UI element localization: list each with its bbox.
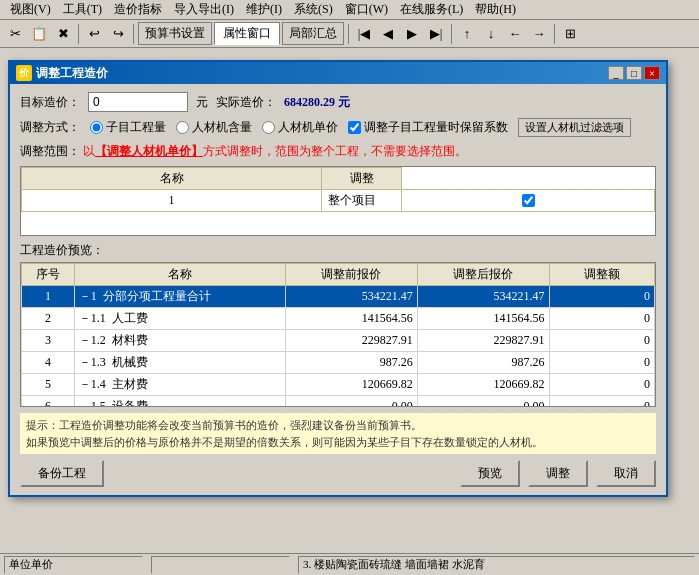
toolbar-undo[interactable]: ↩	[83, 23, 105, 45]
preview-col-after: 调整后报价	[417, 264, 549, 286]
modal-body: 目标造价： 元 实际造价： 684280.29 元 调整方式： 子目工程量 人材…	[10, 84, 666, 495]
toolbar-redo[interactable]: ↪	[107, 23, 129, 45]
preview-before: 0.00	[285, 396, 417, 408]
radio-unit-price[interactable]: 人材机单价	[262, 119, 338, 136]
preview-col-name: 名称	[74, 264, 285, 286]
toolbar-sep4	[451, 24, 452, 44]
modal-maximize-btn[interactable]: □	[626, 66, 642, 80]
preview-table-row[interactable]: 3 －1.2 材料费 229827.91 229827.91 0	[22, 330, 655, 352]
row-checkbox-cell[interactable]	[402, 190, 655, 212]
status-item-3: 3. 楼贴陶瓷面砖琉缝 墙面墙裙 水泥育	[298, 556, 695, 574]
preview-name: －1.2 材料费	[74, 330, 285, 352]
toolbar-extra[interactable]: ⊞	[559, 23, 581, 45]
preview-name: －1.3 机械费	[74, 352, 285, 374]
status-item-2	[151, 556, 290, 574]
menu-window[interactable]: 窗口(W)	[339, 0, 394, 20]
toolbar-sep2	[133, 24, 134, 44]
toolbar-nav-last[interactable]: ▶|	[425, 23, 447, 45]
toolbar-budget-settings[interactable]: 预算书设置	[138, 22, 212, 45]
radio-labor-material[interactable]: 人材机含量	[176, 119, 252, 136]
selection-table-container: 名称 调整 1 整个项目	[20, 166, 656, 236]
radio-sub-quantity[interactable]: 子目工程量	[90, 119, 166, 136]
menu-system[interactable]: 系统(S)	[288, 0, 339, 20]
preview-after: 229827.91	[417, 330, 549, 352]
modal-adjust-cost: 价 调整工程造价 _ □ × 目标造价： 元 实际造价： 684280.29 元…	[8, 60, 668, 497]
table-row: 1 整个项目	[22, 190, 655, 212]
preview-name: －1.5 设备费	[74, 396, 285, 408]
preview-table-row[interactable]: 5 －1.4 主材费 120669.82 120669.82 0	[22, 374, 655, 396]
selection-table: 名称 调整 1 整个项目	[21, 167, 655, 212]
toolbar-up[interactable]: ↑	[456, 23, 478, 45]
preview-table-row[interactable]: 6 －1.5 设备费 0.00 0.00 0	[22, 396, 655, 408]
range-text: 以【调整人材机单价】方式调整时，范围为整个工程，不需要选择范围。	[83, 144, 467, 158]
filter-options-btn[interactable]: 设置人材机过滤选项	[518, 118, 631, 137]
radio-sub-quantity-input[interactable]	[90, 121, 103, 134]
row-checkbox[interactable]	[522, 194, 535, 207]
backup-btn[interactable]: 备份工程	[20, 460, 104, 487]
preview-name: －1.1 人工费	[74, 308, 285, 330]
preview-table-row[interactable]: 4 －1.3 机械费 987.26 987.26 0	[22, 352, 655, 374]
menu-cost-index[interactable]: 造价指标	[108, 0, 168, 20]
toolbar-local-summary[interactable]: 局部汇总	[282, 22, 344, 45]
preview-after: 120669.82	[417, 374, 549, 396]
col-adjust-header: 调整	[322, 168, 402, 190]
toolbar-properties-window[interactable]: 属性窗口	[214, 22, 280, 45]
preview-before: 120669.82	[285, 374, 417, 396]
modal-icon: 价	[16, 65, 32, 81]
target-value-input[interactable]	[88, 92, 188, 112]
menu-maintenance[interactable]: 维护(I)	[240, 0, 288, 20]
modal-close-btn[interactable]: ×	[644, 66, 660, 80]
toolbar-left[interactable]: ←	[504, 23, 526, 45]
toolbar-cut[interactable]: ✂	[4, 23, 26, 45]
bottom-left: 备份工程	[20, 460, 104, 487]
preview-table-row[interactable]: 2 －1.1 人工费 141564.56 141564.56 0	[22, 308, 655, 330]
toolbar-nav-prev[interactable]: ◀	[377, 23, 399, 45]
preview-diff: 0	[549, 308, 655, 330]
bottom-row: 备份工程 预览 调整 取消	[20, 460, 656, 487]
preview-table-row[interactable]: 1 －1 分部分项工程量合计 534221.47 534221.47 0	[22, 286, 655, 308]
checkbox-keep-coeff[interactable]: 调整子目工程量时保留系数	[348, 119, 508, 136]
preview-before: 987.26	[285, 352, 417, 374]
radio-unit-price-input[interactable]	[262, 121, 275, 134]
menu-tools[interactable]: 工具(T)	[57, 0, 108, 20]
menu-online[interactable]: 在线服务(L)	[394, 0, 469, 20]
unit-label: 元	[196, 94, 208, 111]
toolbar-sep5	[554, 24, 555, 44]
modal-minimize-btn[interactable]: _	[608, 66, 624, 80]
menu-import-export[interactable]: 导入导出(I)	[168, 0, 240, 20]
range-link: 【调整人材机单价】	[95, 144, 203, 158]
toolbar-sep3	[348, 24, 349, 44]
menubar: 视图(V) 工具(T) 造价指标 导入导出(I) 维护(I) 系统(S) 窗口(…	[0, 0, 699, 20]
preview-table-container[interactable]: 序号 名称 调整前报价 调整后报价 调整额 1 －1 分部分项工程量合计 534…	[20, 262, 656, 407]
radio-labor-material-input[interactable]	[176, 121, 189, 134]
toolbar-nav-first[interactable]: |◀	[353, 23, 375, 45]
actual-label: 实际造价：	[216, 94, 276, 111]
warning-box: 提示：工程造价调整功能将会改变当前预算书的造价，强烈建议备份当前预算书。 如果预…	[20, 413, 656, 454]
menu-help[interactable]: 帮助(H)	[469, 0, 522, 20]
toolbar-down[interactable]: ↓	[480, 23, 502, 45]
toolbar-sep1	[78, 24, 79, 44]
adjust-btn[interactable]: 调整	[528, 460, 588, 487]
warning-line2: 如果预览中调整后的价格与原价格并不是期望的倍数关系，则可能因为某些子目下存在数量…	[26, 434, 650, 451]
preview-seq: 6	[22, 396, 75, 408]
preview-after: 141564.56	[417, 308, 549, 330]
status-item-1: 单位单价	[4, 556, 143, 574]
warning-line1: 提示：工程造价调整功能将会改变当前预算书的造价，强烈建议备份当前预算书。	[26, 417, 650, 434]
toolbar-nav-next[interactable]: ▶	[401, 23, 423, 45]
preview-seq: 4	[22, 352, 75, 374]
cancel-btn[interactable]: 取消	[596, 460, 656, 487]
preview-diff: 0	[549, 352, 655, 374]
menu-view[interactable]: 视图(V)	[4, 0, 57, 20]
preview-btn[interactable]: 预览	[460, 460, 520, 487]
preview-before: 534221.47	[285, 286, 417, 308]
toolbar-copy[interactable]: 📋	[28, 23, 50, 45]
preview-before: 229827.91	[285, 330, 417, 352]
modal-overlay: 价 调整工程造价 _ □ × 目标造价： 元 实际造价： 684280.29 元…	[0, 52, 685, 542]
toolbar-delete[interactable]: ✖	[52, 23, 74, 45]
modal-titlebar: 价 调整工程造价 _ □ ×	[10, 62, 666, 84]
checkbox-keep-coeff-input[interactable]	[348, 121, 361, 134]
toolbar-right[interactable]: →	[528, 23, 550, 45]
modal-controls: _ □ ×	[608, 66, 660, 80]
preview-before: 141564.56	[285, 308, 417, 330]
adjust-method-row: 调整方式： 子目工程量 人材机含量 人材机单价 调整子目工程量时保留系数	[20, 118, 656, 137]
